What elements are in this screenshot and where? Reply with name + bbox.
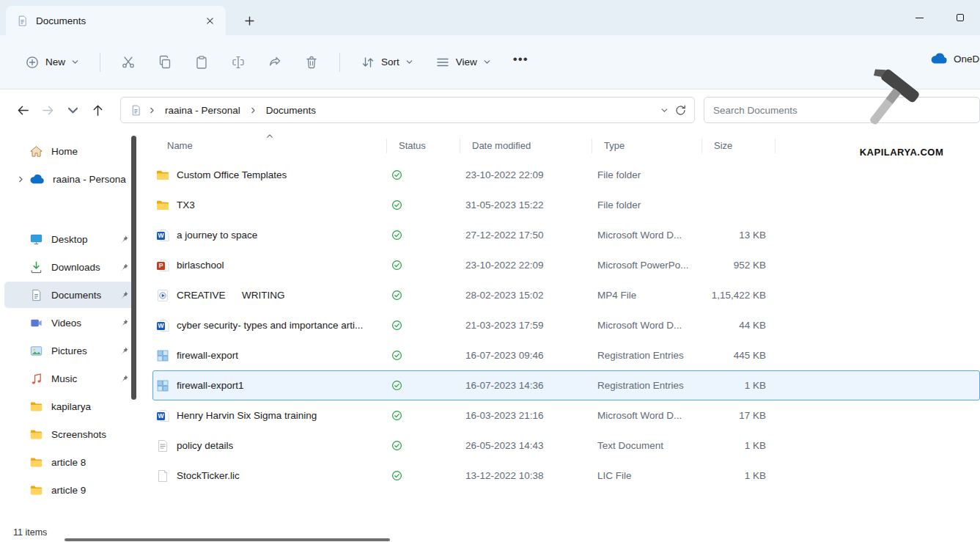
folder-icon <box>29 428 43 442</box>
cut-button[interactable] <box>114 48 143 76</box>
maximize-icon <box>957 14 964 21</box>
pin-icon <box>119 290 129 300</box>
column-header-name[interactable]: Name <box>152 139 387 153</box>
chevron-right-icon[interactable] <box>148 106 156 114</box>
toolbar-divider <box>339 53 340 72</box>
registry-file-icon <box>155 378 170 393</box>
column-header-date-modified[interactable]: Date modified <box>460 139 592 153</box>
address-dropdown-chevron-icon[interactable] <box>660 106 668 114</box>
file-row[interactable]: a journey to space 27-12-2022 17:50 Micr… <box>152 220 980 250</box>
column-header-status[interactable]: Status <box>387 139 460 153</box>
new-tab-button[interactable] <box>239 10 259 31</box>
tab-close-button[interactable] <box>201 12 218 29</box>
text-file-icon <box>155 439 170 453</box>
powerpoint-file-icon <box>155 258 170 273</box>
sidebar-item-home[interactable]: Home <box>4 138 135 164</box>
sidebar-section-gap <box>0 194 147 224</box>
arrow-up-icon <box>91 103 105 117</box>
sidebar-item-videos[interactable]: Videos <box>4 310 135 336</box>
folder-icon <box>29 483 43 497</box>
file-row[interactable]: firewall-export 16-07-2023 09:46 Registr… <box>152 340 980 370</box>
sidebar-scrollbar[interactable] <box>131 136 136 400</box>
arrow-right-icon <box>41 103 55 117</box>
refresh-icon[interactable] <box>674 104 687 117</box>
tab-documents[interactable]: Documents <box>6 6 226 35</box>
delete-button[interactable] <box>297 48 326 76</box>
file-row[interactable]: CREATIVE WRITING 28-02-2023 15:02 MP4 Fi… <box>152 280 980 310</box>
downloads-icon <box>29 260 43 274</box>
sync-status-check-icon <box>391 410 402 421</box>
horizontal-scrollbar[interactable] <box>65 538 390 541</box>
minimize-icon <box>915 18 924 18</box>
ellipsis-icon: ••• <box>513 59 528 65</box>
file-row[interactable]: policy details 26-05-2023 14:43 Text Doc… <box>152 431 980 461</box>
file-row[interactable]: StockTicker.lic 13-12-2022 10:38 LIC Fil… <box>152 461 980 491</box>
file-row[interactable]: Henry Harvin Six Sigma training 16-03-20… <box>152 400 980 431</box>
tab-title: Documents <box>36 15 194 26</box>
chevron-down-icon <box>483 58 491 66</box>
back-button[interactable] <box>10 98 35 122</box>
sidebar-item-article-9[interactable]: article 9 <box>4 477 135 503</box>
rename-button[interactable] <box>224 48 253 76</box>
videos-icon <box>29 316 43 330</box>
sort-ascending-icon <box>265 132 273 140</box>
file-list: Name Status Date modified Type Size Cust… <box>147 131 980 523</box>
expand-chevron-icon[interactable] <box>17 175 25 183</box>
sidebar-item-music[interactable]: Music <box>4 365 135 392</box>
folder-icon <box>155 198 170 213</box>
sort-icon <box>361 55 375 70</box>
column-header-type[interactable]: Type <box>592 139 702 153</box>
sync-status-check-icon <box>391 290 402 301</box>
music-icon <box>29 372 43 386</box>
maximize-button[interactable] <box>940 0 980 35</box>
registry-file-icon <box>155 348 170 363</box>
sidebar-item-article-8[interactable]: article 8 <box>4 449 135 475</box>
sidebar-item-onedrive[interactable]: raaina - Persona <box>4 166 135 192</box>
pictures-icon <box>29 344 43 358</box>
sidebar-item-screenshots[interactable]: Screenshots <box>4 421 135 447</box>
breadcrumb-item-root[interactable]: raaina - Personal <box>162 103 243 118</box>
forward-button[interactable] <box>35 98 60 122</box>
title-bar: Documents <box>0 0 980 35</box>
more-options-button[interactable]: ••• <box>506 54 536 71</box>
view-icon <box>435 55 450 70</box>
content-area: Home raaina - Persona Desktop Downloads <box>0 131 980 523</box>
file-row[interactable]: Custom Office Templates 23-10-2022 22:09… <box>152 160 980 190</box>
file-row-selected[interactable]: firewall-export1 16-07-2023 14:36 Regist… <box>152 370 980 400</box>
search-input[interactable] <box>704 105 979 116</box>
breadcrumb[interactable]: raaina - Personal Documents <box>120 97 695 123</box>
navigation-pane: Home raaina - Persona Desktop Downloads <box>0 131 147 523</box>
address-bar: raaina - Personal Documents <box>0 89 980 131</box>
location-icon <box>130 104 142 117</box>
plus-icon <box>245 16 254 26</box>
minimize-button[interactable] <box>899 0 940 35</box>
desktop-icon <box>29 232 43 246</box>
sidebar-item-kapilarya[interactable]: kapilarya <box>4 393 135 420</box>
paste-button[interactable] <box>187 48 216 76</box>
sidebar-item-desktop[interactable]: Desktop <box>4 226 135 252</box>
share-button[interactable] <box>260 48 290 76</box>
file-row[interactable]: TX3 31-05-2023 15:22 File folder <box>152 190 980 220</box>
chevron-right-icon[interactable] <box>249 106 257 114</box>
sidebar-item-documents[interactable]: Documents <box>4 282 135 308</box>
sidebar-item-pictures[interactable]: Pictures <box>4 337 135 364</box>
up-button[interactable] <box>85 98 110 122</box>
view-button[interactable]: View <box>428 49 498 76</box>
breadcrumb-item-current[interactable]: Documents <box>263 103 319 118</box>
new-plus-icon <box>25 55 40 70</box>
word-file-icon <box>155 409 170 423</box>
file-row[interactable]: cyber security- types and importance art… <box>152 310 980 340</box>
recent-locations-button[interactable] <box>60 98 85 122</box>
generic-file-icon <box>155 469 170 483</box>
copy-icon <box>158 55 172 70</box>
copy-button[interactable] <box>150 48 180 76</box>
column-header-row: Name Status Date modified Type Size <box>152 132 980 160</box>
pin-icon <box>119 374 129 384</box>
column-header-size[interactable]: Size <box>702 139 775 153</box>
arrow-left-icon <box>16 103 30 117</box>
file-row[interactable]: birlaschool 23-10-2022 22:09 Microsoft P… <box>152 250 980 280</box>
new-button[interactable]: New <box>18 49 86 76</box>
sidebar-item-downloads[interactable]: Downloads <box>4 254 135 280</box>
onedrive-status-button[interactable]: OneDrive <box>929 53 980 65</box>
sort-button[interactable]: Sort <box>353 49 421 76</box>
